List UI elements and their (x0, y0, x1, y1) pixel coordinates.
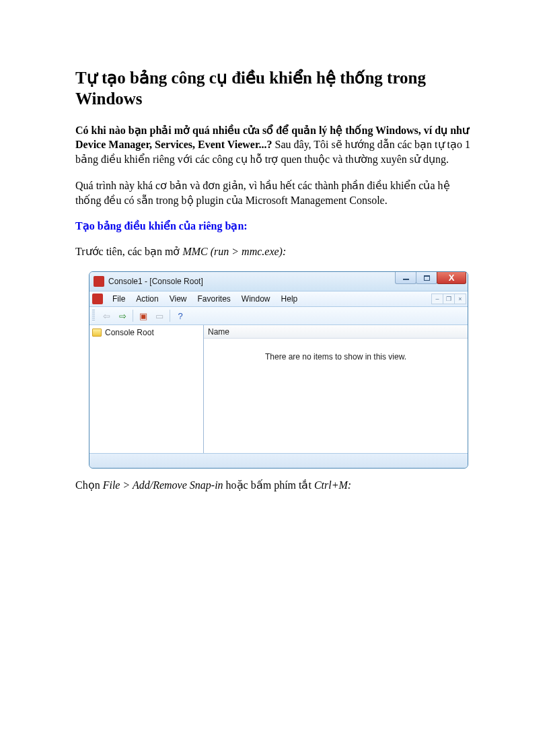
mmc-window: Console1 - [Console Root] X File Action … (89, 271, 468, 469)
window-maximize-button[interactable] (416, 272, 437, 284)
menu-file[interactable]: File (107, 293, 131, 305)
section-heading: Tạo bảng điều khiển của riêng bạn: (75, 219, 475, 232)
toolbar-export-button[interactable]: ▭ (152, 308, 167, 323)
toolbar-grip (92, 310, 95, 322)
mmc-menu-icon (92, 294, 103, 304)
toolbar-separator-2 (170, 310, 170, 322)
tree-root-label: Console Root (105, 328, 154, 337)
menubar: File Action View Favorites Window Help –… (89, 291, 468, 307)
toolbar-show-hide-button[interactable]: ▣ (136, 308, 151, 323)
mmc-app-icon (94, 276, 104, 287)
nav-forward-button[interactable] (115, 308, 130, 323)
paragraph-4: Chọn File > Add/Remove Snap-in hoặc bấm … (75, 478, 475, 493)
window-title: Console1 - [Console Root] (108, 277, 203, 286)
list-column-header[interactable]: Name (204, 325, 468, 339)
mdi-minimize-button[interactable]: – (431, 294, 443, 304)
nav-back-button[interactable] (99, 308, 114, 323)
menu-action[interactable]: Action (131, 293, 163, 305)
status-bar (89, 453, 468, 468)
paragraph-3: Trước tiên, các bạn mở MMC (run > mmc.ex… (75, 244, 475, 259)
window-close-button[interactable]: X (437, 272, 466, 284)
mmc-client-area: Console Root Name There are no items to … (89, 325, 468, 453)
menu-view[interactable]: View (164, 293, 192, 305)
toolbar: ▣ ▭ ? (89, 307, 468, 325)
mdi-restore-button[interactable]: ❐ (443, 294, 455, 304)
mmc-screenshot: Console1 - [Console Root] X File Action … (89, 271, 468, 469)
toolbar-separator (133, 310, 133, 322)
menu-help[interactable]: Help (276, 293, 303, 305)
folder-icon (92, 329, 102, 337)
mdi-close-button[interactable]: × (454, 294, 466, 304)
window-titlebar[interactable]: Console1 - [Console Root] X (89, 272, 468, 291)
result-pane[interactable]: Name There are no items to show in this … (204, 325, 468, 453)
menu-favorites[interactable]: Favorites (192, 293, 236, 305)
tree-root-item[interactable]: Console Root (92, 327, 200, 339)
toolbar-help-button[interactable]: ? (173, 308, 188, 323)
paragraph-2: Quá trình này khá cơ bản và đơn giản, vì… (75, 178, 475, 207)
lead-paragraph: Có khi nào bạn phải mở quá nhiều cửa sổ … (75, 123, 475, 167)
menu-window[interactable]: Window (236, 293, 276, 305)
list-empty-message: There are no items to show in this view. (204, 339, 468, 453)
page-title: Tự tạo bảng công cụ điều khiển hệ thống … (75, 67, 475, 110)
console-tree-pane[interactable]: Console Root (89, 325, 204, 453)
window-minimize-button[interactable] (395, 272, 416, 284)
